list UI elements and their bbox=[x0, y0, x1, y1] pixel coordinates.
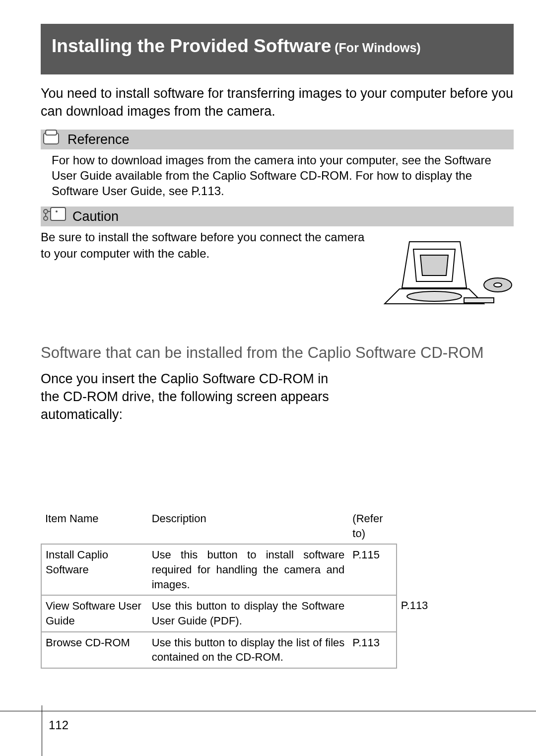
reference-label: Reference bbox=[67, 131, 130, 148]
table-head-ref: (Refer to) bbox=[348, 508, 396, 544]
reference-body: For how to download images from the came… bbox=[52, 152, 514, 199]
cell-extra bbox=[397, 544, 442, 595]
reference-icon bbox=[41, 127, 65, 151]
caution-label: Caution bbox=[72, 207, 119, 225]
section-body: Once you insert the Caplio Software CD-R… bbox=[41, 370, 330, 424]
table-row: Browse CD-ROM Use this button to display… bbox=[41, 632, 442, 668]
page-title-bar: Installing the Provided Software (For Wi… bbox=[41, 24, 514, 74]
cell-item: Install Caplio Software bbox=[41, 544, 148, 595]
cell-ref bbox=[348, 595, 396, 631]
footer-rule bbox=[0, 711, 536, 711]
svg-rect-13 bbox=[464, 298, 494, 303]
svg-marker-11 bbox=[420, 255, 448, 275]
cell-extra: P.113 bbox=[397, 595, 442, 631]
cell-item: Browse CD-ROM bbox=[41, 632, 148, 668]
table-row: Install Caplio Software Use this button … bbox=[41, 544, 442, 595]
page-number: 112 bbox=[49, 717, 68, 733]
table-row: View Software User Guide Use this button… bbox=[41, 595, 442, 631]
page-title-sub: (For Windows) bbox=[331, 41, 420, 55]
table-head-desc: Description bbox=[148, 508, 349, 544]
caution-body: Be sure to install the software before y… bbox=[41, 229, 375, 262]
laptop-illustration bbox=[380, 229, 514, 323]
svg-rect-2 bbox=[51, 207, 66, 220]
section-heading: Software that can be installed from the … bbox=[41, 344, 514, 363]
software-table: Item Name Description (Refer to) Install… bbox=[41, 508, 514, 669]
cell-desc: Use this button to install software requ… bbox=[148, 544, 349, 595]
cell-desc: Use this button to display the Software … bbox=[148, 595, 349, 631]
cell-item: View Software User Guide bbox=[41, 595, 148, 631]
svg-rect-1 bbox=[46, 130, 57, 135]
svg-point-3 bbox=[56, 210, 58, 212]
cell-ref: P.113 bbox=[348, 632, 396, 668]
cell-extra bbox=[397, 632, 442, 668]
caution-icon bbox=[41, 205, 69, 229]
reference-heading: Reference bbox=[41, 130, 514, 149]
intro-text: You need to install software for transfe… bbox=[41, 84, 514, 121]
svg-point-4 bbox=[44, 209, 48, 213]
svg-point-5 bbox=[44, 216, 48, 220]
svg-point-15 bbox=[494, 283, 502, 287]
page-title-main: Installing the Provided Software bbox=[52, 36, 331, 56]
cell-desc: Use this button to display the list of f… bbox=[148, 632, 349, 668]
svg-point-12 bbox=[407, 291, 462, 301]
cell-ref: P.115 bbox=[348, 544, 396, 595]
table-head-item: Item Name bbox=[41, 508, 148, 544]
caution-heading: Caution bbox=[41, 206, 514, 226]
